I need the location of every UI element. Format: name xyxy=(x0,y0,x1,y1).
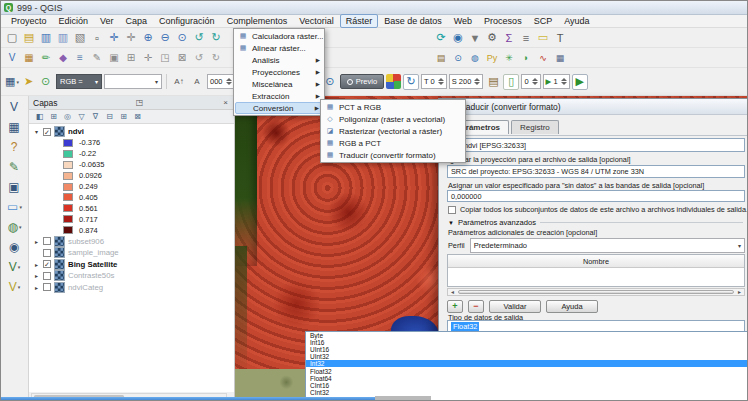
menu-item-miscelanea[interactable]: Miscelánea ▶ xyxy=(235,78,323,90)
scp-pointer-icon[interactable]: ➤ xyxy=(21,74,37,90)
add-raster-layer-icon[interactable]: ▦ xyxy=(21,50,37,66)
new-shapefile-icon[interactable]: ✏ xyxy=(38,50,54,66)
input-layer-combo[interactable]: ndvi [EPSG:32633] xyxy=(447,138,745,152)
filter-expression-icon[interactable]: ∇ xyxy=(90,111,101,122)
menu-bar-item[interactable]: SCP xyxy=(528,14,559,28)
collapse-wedge-icon[interactable]: ▼ xyxy=(448,220,454,226)
layer-checkbox[interactable] xyxy=(43,249,51,257)
layer-checkbox[interactable] xyxy=(43,237,51,245)
text-annotation-icon[interactable]: T xyxy=(552,30,568,46)
band-combo[interactable]: ▾ xyxy=(104,74,162,89)
menu-bar-item[interactable]: Web xyxy=(448,14,478,28)
undock-panel-icon[interactable]: ◳ xyxy=(134,98,146,107)
add-group-icon[interactable]: ⊞ xyxy=(48,111,59,122)
annotation-note-icon[interactable]: ▭ xyxy=(535,30,551,46)
menu-bar-item[interactable]: Edición xyxy=(53,14,95,28)
table-hscrollbar[interactable]: ◄ ► xyxy=(447,288,745,296)
help-globe-icon[interactable]: ◍ xyxy=(467,50,483,66)
validate-button[interactable]: Validar xyxy=(489,300,541,313)
zoom-next-icon[interactable]: ↻ xyxy=(208,30,224,46)
open-layer-styling-icon[interactable]: ◧ xyxy=(34,111,45,122)
color-composite-icon[interactable] xyxy=(386,74,401,89)
menu-item-alinear-raster[interactable]: ▦ Alinear ráster... xyxy=(235,42,323,54)
src-combo[interactable]: SRC del proyecto: EPSG:32633 - WGS 84 / … xyxy=(447,165,745,178)
menu-item-rgb-a-pct[interactable]: ▦ RGB a PCT xyxy=(322,137,464,149)
datatype-option[interactable]: Float64 xyxy=(306,375,748,382)
save-project-icon[interactable]: ▥ xyxy=(38,30,54,46)
zoom-last-icon[interactable]: ↺ xyxy=(191,30,207,46)
datatype-option[interactable]: CInt32 xyxy=(306,389,748,396)
layer-row[interactable]: ▸ ✓ Bing Satellite xyxy=(33,259,234,271)
menu-bar-item[interactable]: Complementos xyxy=(221,14,294,28)
menu-bar-item[interactable]: Base de datos xyxy=(378,14,448,28)
nodata-input[interactable]: 0,000000 xyxy=(447,190,745,202)
contrast-cumulative-icon[interactable]: A xyxy=(189,74,205,90)
layer-row[interactable]: sample_image xyxy=(33,247,234,259)
datatype-option[interactable]: CInt16 xyxy=(306,382,748,389)
scrollbar-thumb[interactable] xyxy=(458,290,734,294)
notebook-icon[interactable]: ▯ xyxy=(503,74,519,90)
menu-bar-item[interactable]: Ver xyxy=(94,14,120,28)
zoom-native-icon[interactable]: ⊙ xyxy=(174,30,190,46)
manage-map-themes-icon[interactable]: ◎ xyxy=(62,111,73,122)
help-button[interactable]: Ayuda xyxy=(546,300,598,313)
step-spin[interactable]: ▶ 1 xyxy=(543,74,570,89)
scp-raster-grid-icon[interactable]: ▦ xyxy=(5,118,25,136)
layer-row-ndvi[interactable]: ▾ ✓ ndvi xyxy=(33,126,234,138)
datatype-option[interactable]: Int16 xyxy=(306,339,748,346)
measure-menu-icon[interactable]: ≡ xyxy=(518,30,534,46)
tab-registro[interactable]: Registro xyxy=(511,120,559,134)
zoom-out-icon[interactable]: ⊖ xyxy=(157,30,173,46)
expand-all-icon[interactable]: ⊟ xyxy=(104,111,115,122)
layer-row[interactable]: ▸ Contraste50s xyxy=(33,270,234,282)
zoom-to-roi-icon[interactable]: ⊙ xyxy=(38,74,54,90)
save-project-as-icon[interactable]: ▥ xyxy=(55,30,71,46)
dialog-title-bar[interactable]: Q Traducir (convertir formato) xyxy=(439,99,748,115)
menu-item-pct-a-rgb[interactable]: ▦ PCT a RGB xyxy=(322,101,464,113)
close-panel-icon[interactable]: × xyxy=(221,98,230,107)
refresh-preview-icon[interactable]: ↻ xyxy=(403,74,419,90)
refresh-map-icon[interactable]: ⟳ xyxy=(433,30,449,46)
layer-checkbox[interactable]: ✓ xyxy=(43,128,51,136)
scp-polygon-icon[interactable]: ▣ xyxy=(5,178,25,196)
scroll-left-icon[interactable]: ◄ xyxy=(448,289,457,295)
remove-layer-icon[interactable]: ⊠ xyxy=(132,111,143,122)
toggle-editing-icon[interactable]: ✎ xyxy=(89,50,105,66)
scp-vector-yellow-icon[interactable]: V▾ xyxy=(5,278,25,296)
expand-arrow-icon[interactable]: ▸ xyxy=(33,272,40,279)
node-tool-icon[interactable]: ◳ xyxy=(157,50,173,66)
menu-bar-item[interactable]: Capa xyxy=(120,14,154,28)
pan-to-selection-icon[interactable]: ✛ xyxy=(123,30,139,46)
scroll-right-icon[interactable]: ► xyxy=(735,289,744,295)
remove-row-button[interactable]: − xyxy=(468,300,484,313)
band-set-grid-icon[interactable]: ▦▾ xyxy=(4,74,20,90)
options-gear-icon[interactable]: ⚙ xyxy=(484,30,500,46)
save-edits-icon[interactable]: ▣ xyxy=(106,50,122,66)
add-feature-icon[interactable]: ⊞ xyxy=(123,50,139,66)
redo-icon[interactable]: ↻ xyxy=(208,50,224,66)
filter-legend-icon[interactable]: ▽ xyxy=(76,111,87,122)
scp-globe-icon[interactable]: ◉ xyxy=(5,238,25,256)
db-manager-icon[interactable]: ▤ xyxy=(433,50,449,66)
menu-item-calculadora-raster[interactable]: ▦ Calculadora ráster... xyxy=(235,30,323,42)
expand-arrow-icon[interactable]: ▾ xyxy=(33,128,40,135)
copy-subdatasets-checkbox[interactable] xyxy=(448,206,456,214)
menu-bar-item[interactable]: Procesos xyxy=(478,14,528,28)
processing-area-icon[interactable]: ◗ xyxy=(518,50,534,66)
layer-row[interactable]: ▸ subset906 xyxy=(33,236,234,248)
delete-selected-icon[interactable]: ⊠ xyxy=(174,50,190,66)
menu-item-traducir[interactable]: ▦ Traducir (convertir formato) xyxy=(322,149,464,161)
datatype-option[interactable]: UInt16 xyxy=(306,346,748,353)
creation-options-table[interactable]: Nombre xyxy=(447,254,745,287)
zero-spin[interactable]: 0 xyxy=(521,74,540,89)
collapse-all-icon[interactable]: ⊞ xyxy=(118,111,129,122)
play-icon[interactable]: ▶ xyxy=(572,74,588,90)
plugin-manager-icon[interactable]: ✳ xyxy=(501,50,517,66)
layer-checkbox[interactable] xyxy=(43,283,51,291)
expand-arrow-icon[interactable]: ▸ xyxy=(33,238,40,245)
menu-bar-item[interactable]: Ráster xyxy=(340,14,379,28)
profile-combo[interactable]: Predeterminado▾ xyxy=(470,238,745,253)
menu-bar-item[interactable]: Vectorial xyxy=(293,14,340,28)
scp-polyline-icon[interactable]: ✎ xyxy=(5,158,25,176)
new-project-icon[interactable]: ▢ xyxy=(4,30,20,46)
